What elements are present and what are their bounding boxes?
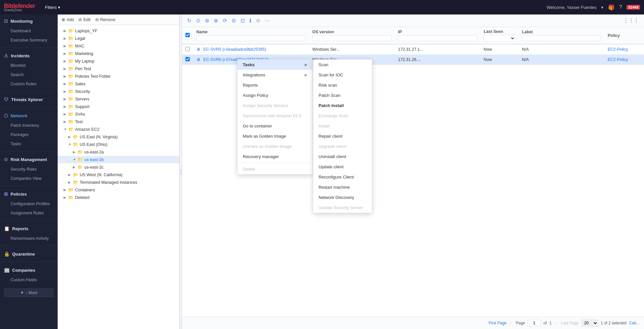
sidebar-item-blocklist[interactable]: Blocklist [0, 61, 58, 70]
first-page-button[interactable]: First Page [489, 321, 507, 325]
move-icon-btn[interactable]: ⟳ [221, 17, 229, 24]
sidebar-item-executive-summary[interactable]: Executive Summary [0, 36, 58, 45]
row-checkbox[interactable] [185, 47, 190, 51]
page-number-input[interactable] [528, 320, 541, 326]
sub-uninstall-client[interactable]: Uninstall client [313, 151, 372, 162]
sidebar-network-header[interactable]: ⬡ Network [0, 110, 58, 121]
select-all-checkbox[interactable] [185, 33, 190, 37]
tree-item-security[interactable]: ▶ 📁 Security [58, 88, 179, 95]
tree-item-legal[interactable]: ▶ 📁 Legal [58, 35, 179, 42]
sub-network-discovery[interactable]: Network Discovery [313, 192, 372, 203]
sidebar-item-tasks[interactable]: Tasks [0, 139, 58, 149]
last-seen-filter-select[interactable] [484, 35, 515, 41]
tree-item-policies-test[interactable]: ▶ 📁 Policies Test Folder [58, 72, 179, 80]
sidebar-item-search[interactable]: Search [0, 70, 58, 79]
help-icon[interactable]: ? [619, 4, 622, 10]
sidebar-item-config-profiles[interactable]: Configuration Profiles [0, 199, 58, 208]
sidebar-item-dashboard[interactable]: Dashboard [0, 26, 58, 36]
sidebar-policies-header[interactable]: ⊞ Policies [0, 189, 58, 199]
ctx-go-to-container[interactable]: Go to container [238, 121, 313, 131]
sub-risk-scan[interactable]: Risk scan [313, 80, 372, 90]
last-page-button[interactable]: Last Page [561, 321, 579, 325]
sidebar-incidents-header[interactable]: ⚠ Incidents [0, 50, 58, 61]
sidebar-item-ransomware[interactable]: Ransomware Activity [0, 234, 58, 243]
tree-item-us-east-ohio[interactable]: ▼ 📁 US East (Ohio) [58, 141, 179, 148]
sidebar-item-patch-inventory[interactable]: Patch Inventory [0, 121, 58, 130]
scan-icon-btn[interactable]: ⊙ [194, 17, 202, 24]
select-all-header[interactable] [182, 27, 193, 44]
table-row[interactable]: 🖥 EC-SVR5 (i-0eaa6adce9bb25395) Windows … [182, 44, 644, 55]
tree-item-us-east-nv[interactable]: ▶ 📁 US East (N. Virginia) [58, 133, 179, 141]
per-page-select[interactable]: 20 50 100 [581, 319, 598, 327]
endpoint-link[interactable]: EC-SVR5 (i-0eaa6adce9bb25395) [203, 47, 266, 52]
filter-icon-btn[interactable]: ⊡ [239, 17, 246, 24]
sidebar-quarantine-header[interactable]: 🔒 Quarantine [0, 249, 58, 259]
column-chooser-button[interactable]: ⋮⋮⋮ [622, 17, 641, 24]
ctx-assign-policy[interactable]: Assign Policy [238, 90, 313, 100]
ctx-recovery-manager[interactable]: Recovery manager [238, 151, 313, 162]
sidebar-item-security-risks[interactable]: Security Risks [0, 165, 58, 174]
tree-item-laptops-yf[interactable]: ▶ 📁 Laptops_YF [58, 27, 179, 35]
policy-link[interactable]: EC2-Policy [608, 57, 628, 62]
sub-restart-machine[interactable]: Restart machine [313, 182, 372, 192]
tree-item-terminated[interactable]: ▶ 📁 Terminated Managed Instances [58, 178, 179, 186]
refresh-icon-btn[interactable]: ↻ [185, 17, 193, 24]
more-button[interactable]: ▼ ↓ More [4, 288, 54, 297]
filters-button[interactable]: Filters ▾ [45, 5, 60, 10]
ctx-reports[interactable]: Reports [238, 80, 313, 90]
sub-scan[interactable]: Scan [313, 60, 372, 70]
gift-icon[interactable]: 🎁 [608, 4, 615, 11]
sub-reconfigure-client[interactable]: Reconfigure Client [313, 172, 372, 182]
name-filter-input[interactable] [196, 35, 306, 41]
tree-item-support[interactable]: ▶ 📁 Support [58, 103, 179, 110]
ctx-mark-golden[interactable]: Mark as Golden Image [238, 131, 313, 141]
tree-item-marketing[interactable]: ▶ 📁 Marketing [58, 50, 179, 57]
tree-item-mac[interactable]: ▶ 📁 MAC [58, 42, 179, 50]
os-filter-input[interactable] [312, 35, 391, 41]
label-filter-input[interactable] [522, 35, 601, 41]
edit-button[interactable]: ⊘ Edit [78, 17, 91, 22]
ip-filter-input[interactable] [398, 35, 477, 41]
row-checkbox-cell[interactable] [182, 44, 193, 55]
sub-scan-ioc[interactable]: Scan for IOC [313, 70, 372, 80]
tree-item-deleted[interactable]: ▶ 📁 Deleted [58, 194, 179, 201]
tree-item-containers[interactable]: ▶ 📁 Containers [58, 186, 179, 194]
tree-item-us-east-2c[interactable]: ▶ 📁 us-east-2c [58, 163, 179, 171]
tree-item-my-laptop[interactable]: ▶ 📁 My Laptop [58, 57, 179, 65]
sidebar-item-companies-view[interactable]: Companies View [0, 174, 58, 183]
tree-item-amazon-ec2[interactable]: ▼ 📁 Amazon EC2 [58, 125, 179, 133]
ctx-tasks[interactable]: Tasks ▶ [238, 60, 313, 70]
tree-item-svas[interactable]: ▶ 📁 SVAs [58, 110, 179, 118]
tasks-icon-btn[interactable]: ⊛ [203, 17, 211, 24]
remove-button[interactable]: ⊖ Remove [95, 17, 116, 22]
sidebar-companies-header[interactable]: 🏢 Companies [0, 265, 58, 275]
sidebar-reports-header[interactable]: 📋 Reports [0, 223, 58, 234]
sidebar-item-packages[interactable]: Packages [0, 130, 58, 139]
policy-link[interactable]: EC2-Policy [608, 47, 628, 52]
add-button[interactable]: ⊕ Add [62, 17, 74, 22]
policy-icon-btn[interactable]: ⊕ [212, 17, 220, 24]
info-icon-btn[interactable]: ℹ [248, 17, 253, 24]
cell-policy[interactable]: EC2-Policy [604, 55, 644, 65]
sidebar-item-custom-fields[interactable]: Custom Fields [0, 275, 58, 285]
delete-icon-btn[interactable]: ⊘ [230, 17, 238, 24]
sub-update-client[interactable]: Update client [313, 162, 372, 172]
sub-patch-install[interactable]: Patch Install [313, 100, 372, 111]
tree-item-us-east-2b[interactable]: ▼ 📁 us-east-2b [58, 156, 179, 163]
sub-patch-scan[interactable]: Patch Scan [313, 90, 372, 100]
resize-handle[interactable] [180, 14, 182, 329]
tree-item-us-west-nc[interactable]: ▶ 📁 US West (N. California) [58, 171, 179, 178]
tree-item-test[interactable]: ▶ 📁 Test [58, 118, 179, 125]
sidebar-item-custom-rules[interactable]: Custom Rules [0, 79, 58, 89]
tree-item-pen-test[interactable]: ▶ 📁 Pen Test [58, 65, 179, 72]
sidebar-risk-header[interactable]: ⊙ Risk Management [0, 154, 58, 165]
sidebar-item-assignment-rules[interactable]: Assignment Rules [0, 208, 58, 218]
tree-item-us-east-2a[interactable]: ▶ 📁 us-east-2a [58, 148, 179, 156]
more-icon-btn[interactable]: ⋯ [263, 17, 272, 24]
cell-policy[interactable]: EC2-Policy [604, 44, 644, 55]
tree-item-servers[interactable]: ▶ 📁 Servers [58, 95, 179, 103]
tree-item-sales[interactable]: ▶ 📁 Sales [58, 80, 179, 88]
sidebar-monitoring-header[interactable]: ⊡ Monitoring [0, 16, 58, 26]
minus-icon-btn[interactable]: ⊖ [254, 17, 262, 24]
sidebar-threats-header[interactable]: 🛡 Threats Xplorer [0, 94, 58, 105]
